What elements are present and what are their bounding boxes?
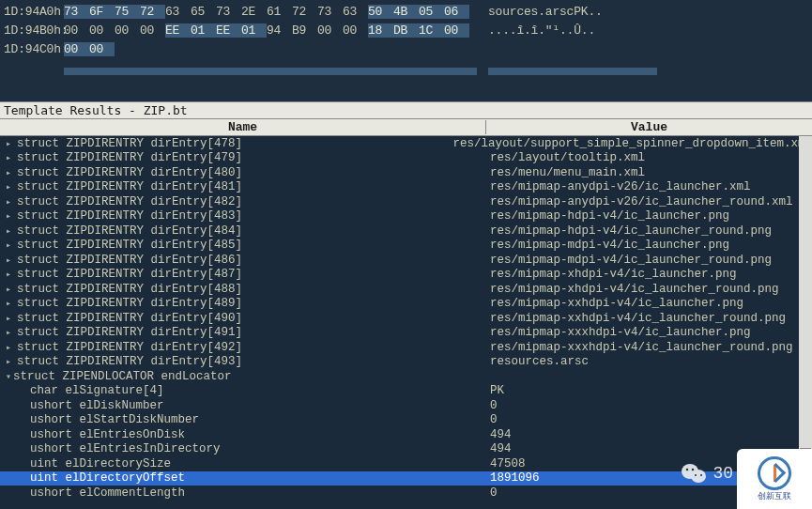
tree-name-cell[interactable]: ▸struct ZIPDIRENTRY dirEntry[484] bbox=[0, 224, 486, 238]
tree-row[interactable]: ushort elCommentLength0 bbox=[0, 486, 812, 501]
expand-icon[interactable]: ▸ bbox=[4, 225, 13, 237]
hex-bytes[interactable]: 00000000EE01EE0194B9000018DB1C00 bbox=[64, 23, 477, 38]
tree-row[interactable]: ▸struct ZIPDIRENTRY dirEntry[482]res/mip… bbox=[0, 194, 812, 209]
tree-name-cell[interactable]: ▸struct ZIPDIRENTRY dirEntry[481] bbox=[0, 180, 486, 193]
vertical-scrollbar[interactable] bbox=[799, 136, 812, 501]
expand-icon[interactable]: ▸ bbox=[4, 152, 13, 163]
hex-byte[interactable]: 05 bbox=[419, 5, 444, 19]
hex-byte[interactable]: 4B bbox=[393, 5, 419, 19]
column-name-header[interactable]: Name bbox=[0, 120, 486, 134]
expand-icon[interactable]: ▸ bbox=[4, 210, 13, 222]
expand-icon[interactable]: ▸ bbox=[4, 313, 13, 324]
tree-row[interactable]: ▸struct ZIPDIRENTRY dirEntry[488]res/mip… bbox=[0, 282, 812, 297]
tree-name-cell[interactable]: ▸struct ZIPDIRENTRY dirEntry[490] bbox=[0, 312, 486, 325]
tree-name-cell[interactable]: char elSignature[4] bbox=[0, 384, 486, 397]
tree-row[interactable]: ▸struct ZIPDIRENTRY dirEntry[480]res/men… bbox=[0, 165, 812, 180]
hex-byte[interactable]: 72 bbox=[140, 5, 165, 19]
tree-name-cell[interactable]: ▸struct ZIPDIRENTRY dirEntry[488] bbox=[0, 283, 486, 296]
expand-icon[interactable]: ▸ bbox=[4, 254, 13, 266]
tree-row[interactable]: ▸struct ZIPDIRENTRY dirEntry[491]res/mip… bbox=[0, 326, 812, 341]
hex-byte[interactable]: EE bbox=[165, 23, 191, 38]
expand-icon[interactable]: ▸ bbox=[4, 196, 13, 208]
hex-byte[interactable]: 2E bbox=[241, 5, 267, 19]
expand-icon[interactable]: ▸ bbox=[4, 298, 13, 309]
tree-name-cell[interactable]: ▸struct ZIPDIRENTRY dirEntry[483] bbox=[0, 209, 486, 223]
tree-row[interactable]: ushort elStartDiskNumber0 bbox=[0, 413, 812, 428]
hex-byte[interactable]: 73 bbox=[216, 5, 241, 19]
expand-icon[interactable]: ▸ bbox=[4, 138, 13, 149]
hex-byte[interactable]: B9 bbox=[292, 23, 317, 38]
tree-name-cell[interactable]: ushort elEntriesInDirectory bbox=[0, 442, 486, 455]
tree-row[interactable]: ▸struct ZIPDIRENTRY dirEntry[493]resourc… bbox=[0, 355, 812, 370]
hex-byte[interactable]: 73 bbox=[317, 5, 343, 19]
expand-icon[interactable]: ▸ bbox=[4, 284, 13, 295]
tree-row[interactable]: ▸struct ZIPDIRENTRY dirEntry[481]res/mip… bbox=[0, 180, 812, 195]
hex-byte[interactable]: 73 bbox=[64, 5, 89, 19]
hex-byte[interactable]: 63 bbox=[165, 5, 191, 19]
tree-row[interactable]: ▸struct ZIPDIRENTRY dirEntry[484]res/mip… bbox=[0, 224, 812, 239]
hex-byte[interactable]: 50 bbox=[368, 5, 393, 19]
column-headers[interactable]: Name Value bbox=[0, 119, 812, 136]
tree-row[interactable]: ▸struct ZIPDIRENTRY dirEntry[485]res/mip… bbox=[0, 239, 812, 254]
hex-byte[interactable]: 06 bbox=[444, 5, 469, 19]
hex-byte[interactable]: 18 bbox=[368, 23, 393, 38]
hex-bytes[interactable]: 0000 bbox=[64, 42, 477, 56]
hex-bytes[interactable]: 736F75726365732E61727363504B0506 bbox=[64, 5, 477, 19]
template-tree[interactable]: ▸struct ZIPDIRENTRY dirEntry[478]res/lay… bbox=[0, 136, 812, 501]
column-value-header[interactable]: Value bbox=[486, 120, 812, 134]
hex-byte[interactable]: 75 bbox=[115, 5, 140, 19]
tree-row[interactable]: ▸struct ZIPDIRENTRY dirEntry[489]res/mip… bbox=[0, 297, 812, 312]
tree-row[interactable]: ushort elEntriesInDirectory494 bbox=[0, 442, 812, 457]
tree-name-cell[interactable]: ▸struct ZIPDIRENTRY dirEntry[492] bbox=[0, 341, 486, 354]
hex-byte[interactable]: 00 bbox=[115, 23, 140, 38]
tree-row[interactable]: ▸struct ZIPDIRENTRY dirEntry[487]res/mip… bbox=[0, 268, 812, 283]
tree-name-cell[interactable]: ▸struct ZIPDIRENTRY dirEntry[480] bbox=[0, 166, 486, 179]
hex-byte[interactable]: 01 bbox=[191, 23, 216, 38]
tree-row[interactable]: ▸struct ZIPDIRENTRY dirEntry[492]res/mip… bbox=[0, 340, 812, 355]
tree-name-cell[interactable]: ▸struct ZIPDIRENTRY dirEntry[491] bbox=[0, 326, 486, 339]
tree-row[interactable]: ▸struct ZIPDIRENTRY dirEntry[478]res/lay… bbox=[0, 136, 812, 151]
hex-byte[interactable]: 00 bbox=[89, 42, 115, 56]
hex-byte[interactable]: 61 bbox=[267, 5, 292, 19]
tree-row[interactable]: ▾struct ZIPENDLOCATOR endLocator bbox=[0, 369, 812, 384]
hex-byte[interactable]: 63 bbox=[343, 5, 368, 19]
expand-icon[interactable]: ▸ bbox=[4, 181, 13, 193]
expand-icon[interactable]: ▸ bbox=[4, 356, 13, 367]
tree-name-cell[interactable]: uint elDirectoryOffset bbox=[0, 471, 486, 485]
tree-name-cell[interactable]: ushort elCommentLength bbox=[0, 486, 486, 500]
expand-icon[interactable]: ▸ bbox=[4, 167, 13, 178]
tree-name-cell[interactable]: ▸struct ZIPDIRENTRY dirEntry[485] bbox=[0, 239, 486, 252]
tree-row[interactable]: ▸struct ZIPDIRENTRY dirEntry[483]res/mip… bbox=[0, 209, 812, 224]
hex-byte[interactable]: 00 bbox=[89, 23, 115, 38]
hex-byte[interactable]: 6F bbox=[89, 5, 115, 19]
tree-name-cell[interactable]: ▸struct ZIPDIRENTRY dirEntry[486] bbox=[0, 254, 486, 267]
tree-name-cell[interactable]: ▸struct ZIPDIRENTRY dirEntry[482] bbox=[0, 195, 486, 208]
tree-row[interactable]: ushort elEntriesOnDisk494 bbox=[0, 427, 812, 442]
hex-row[interactable]: 1D:94C0h:0000 bbox=[0, 39, 812, 58]
hex-byte[interactable]: 00 bbox=[317, 23, 343, 38]
tree-name-cell[interactable]: ushort elStartDiskNumber bbox=[0, 413, 486, 426]
hex-byte[interactable]: 65 bbox=[191, 5, 216, 19]
tree-row[interactable]: char elSignature[4]PK bbox=[0, 384, 812, 399]
tree-row[interactable]: ▸struct ZIPDIRENTRY dirEntry[490]res/mip… bbox=[0, 311, 812, 326]
tree-name-cell[interactable]: ▸struct ZIPDIRENTRY dirEntry[479] bbox=[0, 151, 486, 164]
hex-byte[interactable]: 00 bbox=[64, 42, 89, 56]
hex-byte[interactable]: 94 bbox=[267, 23, 292, 38]
tree-name-cell[interactable]: ▸struct ZIPDIRENTRY dirEntry[493] bbox=[0, 355, 486, 368]
tree-row[interactable]: ▸struct ZIPDIRENTRY dirEntry[486]res/mip… bbox=[0, 253, 812, 268]
hex-byte[interactable]: DB bbox=[393, 23, 419, 38]
hex-byte[interactable]: 00 bbox=[140, 23, 165, 38]
tree-row[interactable]: ▸struct ZIPDIRENTRY dirEntry[479]res/lay… bbox=[0, 151, 812, 166]
tree-name-cell[interactable]: ushort elDiskNumber bbox=[0, 399, 486, 412]
expand-icon[interactable]: ▸ bbox=[4, 342, 13, 353]
hex-byte[interactable]: EE bbox=[216, 23, 241, 38]
tree-row[interactable]: ushort elDiskNumber0 bbox=[0, 398, 812, 413]
hex-byte[interactable]: 72 bbox=[292, 5, 317, 19]
tree-name-cell[interactable]: uint elDirectorySize bbox=[0, 457, 486, 470]
collapse-icon[interactable]: ▾ bbox=[4, 371, 13, 382]
hex-row[interactable]: 1D:94A0h:736F75726365732E61727363504B050… bbox=[0, 2, 812, 21]
hex-row[interactable]: 1D:94B0h:00000000EE01EE0194B9000018DB1C0… bbox=[0, 21, 812, 39]
hex-byte[interactable]: 1C bbox=[419, 23, 444, 38]
hex-byte[interactable]: 00 bbox=[343, 23, 368, 38]
expand-icon[interactable]: ▸ bbox=[4, 327, 13, 338]
